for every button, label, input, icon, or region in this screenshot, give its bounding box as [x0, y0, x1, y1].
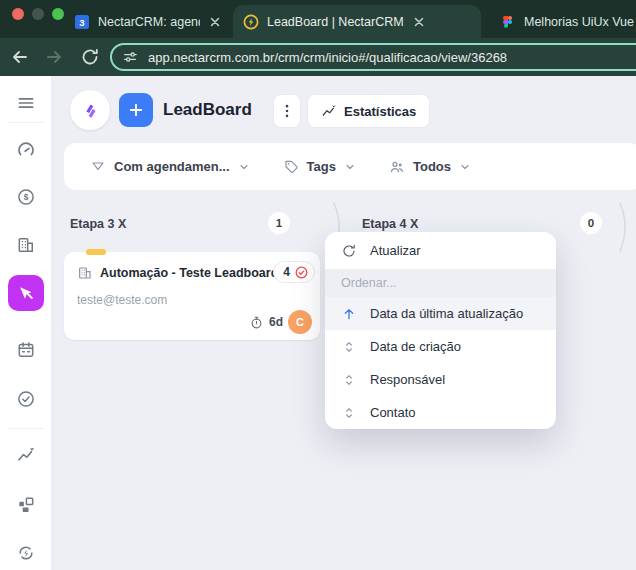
funnel-icon [90, 159, 106, 175]
sort-updown-icon [341, 405, 357, 421]
column-header: Etapa 3 X [70, 217, 126, 231]
chevron-down-icon [238, 161, 250, 173]
menu-item-sort-updated[interactable]: Data da última atualização [325, 297, 556, 330]
chevron-down-icon [459, 161, 471, 173]
overdue-check-icon [294, 265, 309, 280]
filter-label: Todos [413, 159, 451, 174]
users-icon [389, 159, 405, 175]
traffic-light-minimize[interactable] [32, 8, 44, 20]
filter-tags[interactable]: Tags [283, 159, 356, 175]
tab-nectarcrm-agenda[interactable]: 3 NectarCRM: agenda - S [64, 6, 230, 38]
refresh-icon [341, 243, 357, 259]
sidebar-item-leads-active[interactable] [8, 275, 44, 311]
menu-item-sort-owner[interactable]: Responsável [325, 363, 556, 396]
menu-item-refresh[interactable]: Atualizar [325, 232, 556, 269]
nectarcrm-favicon [243, 14, 259, 30]
companies-building-icon[interactable] [16, 235, 36, 255]
statistics-trend-icon [321, 103, 337, 119]
filter-owner[interactable]: Todos [389, 159, 471, 175]
menu-item-label: Data da última atualização [370, 306, 523, 321]
menu-item-sort-contact[interactable]: Contato [325, 396, 556, 429]
url-text[interactable]: app.nectarcrm.com.br/crm/crm/inicio#/qua… [148, 50, 507, 65]
menu-icon[interactable] [16, 93, 36, 113]
tab-title: NectarCRM: agenda - S [98, 15, 200, 29]
company-building-icon [77, 265, 93, 281]
close-icon[interactable] [412, 15, 426, 29]
back-icon[interactable] [10, 47, 30, 67]
site-settings-icon[interactable] [122, 49, 138, 65]
svg-text:$: $ [24, 192, 29, 202]
sidebar-divider [8, 122, 44, 123]
forward-icon[interactable] [44, 47, 64, 67]
browser-tab-strip: 3 NectarCRM: agenda - S LeadBoard | Nect… [0, 0, 636, 38]
board-options-button[interactable] [273, 94, 301, 128]
tag-icon [283, 159, 299, 175]
avatar[interactable]: C [288, 310, 312, 334]
menu-section-ordenar: Ordenar... [325, 269, 556, 297]
plus-icon [127, 101, 145, 119]
menu-item-label: Data de criação [370, 339, 461, 354]
column-context-menu: Atualizar Ordenar... Data da última atua… [325, 232, 556, 429]
filter-label: Tags [307, 159, 336, 174]
column-count-badge: 0 [580, 212, 602, 234]
close-icon[interactable] [208, 15, 222, 29]
app-sidebar: $ [0, 76, 52, 570]
filter-scheduling[interactable]: Com agendamen... [90, 159, 250, 175]
stopwatch-icon [249, 315, 264, 330]
lead-card[interactable]: Automação - Teste Leadboard 4 teste@test… [64, 252, 320, 340]
apps-blocks-icon[interactable] [16, 495, 36, 515]
tasks-check-icon[interactable] [16, 389, 36, 409]
menu-item-label: Responsável [370, 372, 445, 387]
add-lead-button[interactable] [119, 93, 153, 127]
svg-text:3: 3 [79, 17, 84, 28]
filter-label: Com agendamen... [114, 159, 230, 174]
tab-title: LeadBoard | NectarCRM [267, 15, 404, 29]
leads-funnel-icon [16, 283, 36, 303]
statistics-label: Estatísticas [344, 104, 416, 119]
card-activity-badge[interactable]: 4 [273, 261, 315, 283]
activity-count: 4 [283, 265, 290, 279]
column-count-badge: 1 [268, 212, 290, 234]
column-header: Etapa 4 X [362, 217, 418, 231]
page-title: LeadBoard [163, 100, 252, 120]
tab-title: Melhorias UiUx Vue [524, 15, 636, 29]
kebab-icon [278, 102, 296, 120]
traffic-light-zoom[interactable] [52, 8, 64, 20]
app-content: $ [0, 76, 636, 570]
figma-icon [500, 14, 516, 30]
tab-leadboard[interactable]: LeadBoard | NectarCRM [233, 5, 481, 38]
nectar-logo[interactable] [70, 90, 110, 130]
traffic-light-close[interactable] [12, 8, 24, 20]
dashboard-gauge-icon[interactable] [16, 140, 36, 160]
sidebar-divider [8, 428, 44, 429]
chevron-down-icon [344, 161, 356, 173]
calendar-icon[interactable] [16, 340, 36, 360]
google-calendar-icon: 3 [74, 14, 90, 30]
menu-item-sort-created[interactable]: Data de criação [325, 330, 556, 363]
sort-updown-icon [341, 339, 357, 355]
column-separator [618, 202, 632, 252]
card-title: Automação - Teste Leadboard [100, 266, 278, 280]
statistics-button[interactable]: Estatísticas [307, 94, 430, 128]
filter-bar: Com agendamen... Tags Todos [64, 143, 636, 190]
tab-figma[interactable]: Melhorias UiUx Vue [490, 6, 636, 38]
reload-icon[interactable] [80, 47, 100, 67]
card-age: 6d [269, 315, 283, 329]
screen: 3 NectarCRM: agenda - S LeadBoard | Nect… [0, 0, 636, 570]
card-footer: 6d C [249, 310, 312, 334]
menu-item-label: Contato [370, 405, 416, 420]
tag-chip-yellow [86, 249, 106, 255]
sales-dollar-icon[interactable]: $ [16, 187, 36, 207]
statistics-trend-icon[interactable] [16, 445, 36, 465]
browser-url-bar: app.nectarcrm.com.br/crm/crm/inicio#/qua… [0, 38, 636, 76]
menu-section-label: Ordenar... [341, 276, 397, 290]
automation-sync-icon[interactable] [16, 543, 36, 563]
menu-item-label: Atualizar [370, 243, 421, 258]
card-email: teste@teste.com [77, 293, 167, 307]
arrow-up-icon [341, 306, 357, 322]
sort-updown-icon [341, 372, 357, 388]
omnibox[interactable]: app.nectarcrm.com.br/crm/crm/inicio#/qua… [110, 43, 636, 71]
